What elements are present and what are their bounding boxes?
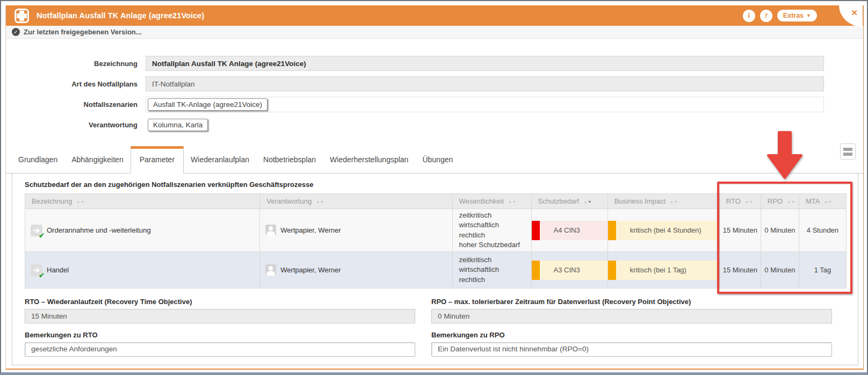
business-impact-badge: kritisch (bei 1 Tag) [608, 261, 719, 280]
emergency-plan-dialog: Notfallplan Ausfall TK Anlage (agree21Vo… [5, 5, 864, 370]
process-name: Handel [47, 266, 69, 274]
dialog-title: Notfallplan Ausfall TK Anlage (agree21Vo… [37, 11, 204, 20]
art-des-notfallplans-label: Art des Notfallplans [6, 80, 146, 88]
sort-asc-icon[interactable]: ▲ [316, 200, 320, 204]
table-header-row: Bezeichnung▲▼ Verantwortung▲▼ Wesentlich… [25, 194, 847, 209]
rto-label: RTO – Wiederanlaufzeit (Recovery Time Ob… [25, 298, 415, 306]
bezeichnung-field[interactable] [146, 56, 824, 71]
protection-need-badge: A4 CIN3 [532, 221, 607, 240]
art-des-notfallplans-field[interactable] [146, 76, 824, 91]
rpo-cell: 0 Minuten [761, 209, 799, 252]
rto-notes-field[interactable]: gesetzliche Anforderungen [25, 342, 415, 357]
sort-desc-icon[interactable]: ▼ [674, 200, 678, 204]
protection-need-badge: A3 CIN3 [532, 261, 607, 280]
rpo-notes-field[interactable]: Ein Datenverlust ist nicht hinnehmbar (R… [431, 342, 832, 357]
rpo-label: RPO – max. tolerierbarer Zeitraum für Da… [431, 298, 832, 306]
verified-check-icon: ✔ [39, 232, 45, 240]
sort-desc-icon[interactable]: ▼ [749, 200, 754, 204]
column-header-schutzbedarf[interactable]: Schutzbedarf▲▼ [531, 194, 607, 209]
sort-asc-icon[interactable]: ▲ [787, 200, 791, 204]
rto-rpo-section: RTO – Wiederanlaufzeit (Recovery Time Ob… [25, 298, 858, 366]
tab-wiederherstellungsplan[interactable]: Wiederherstellungsplan [323, 148, 415, 173]
tab-notbetriebsplan[interactable]: Notbetriebsplan [256, 148, 323, 173]
column-header-verantwortung[interactable]: Verantwortung▲▼ [260, 194, 452, 209]
sort-asc-icon[interactable]: ▲ [508, 200, 512, 204]
form-row-notfallszenarien: Notfallszenarien Ausfall TK-Anlage (agre… [6, 97, 863, 112]
rpo-notes-label: Bemerkungen zu RPO [431, 331, 832, 339]
mta-cell: 1 Tag [799, 252, 846, 289]
table-row[interactable]: ➔ ✔ Orderannahme und -weiterleitung Wert… [25, 209, 847, 252]
sort-desc-icon[interactable]: ▼ [512, 200, 517, 204]
sort-desc-icon[interactable]: ▼ [320, 200, 324, 204]
business-process-icon: ➔ ✔ [31, 264, 42, 276]
notfallszenarien-label: Notfallszenarien [6, 100, 146, 109]
process-name: Orderannahme und -weiterleitung [47, 226, 151, 234]
person-icon [265, 225, 276, 236]
materiality-cell: zeitkritisch wirtschaftlich rechtlich ho… [452, 209, 531, 252]
column-header-wesentlichkeit[interactable]: Wesentlichkeit▲▼ [452, 194, 531, 209]
table-row[interactable]: ➔ ✔ Handel Wertpapier, Werner z [25, 252, 847, 289]
tab-parameter[interactable]: Parameter [131, 146, 184, 174]
chevron-down-icon: ▼ [806, 13, 811, 18]
rto-cell: 15 Minuten [719, 209, 761, 252]
column-header-rto[interactable]: RTO▲▼ [719, 194, 761, 209]
column-header-rpo[interactable]: RPO▲▼ [761, 194, 799, 209]
sort-asc-icon[interactable]: ▲ [583, 200, 588, 204]
severity-color-block [532, 221, 540, 240]
materiality-cell: zeitkritisch wirtschaftlich rechtlich [452, 252, 531, 289]
sort-asc-icon[interactable]: ▲ [76, 200, 81, 204]
severity-color-block [532, 261, 540, 280]
verantwortung-label: Verantwortung [6, 121, 146, 129]
rto-field[interactable] [25, 309, 415, 323]
sort-asc-icon[interactable]: ▲ [745, 200, 749, 204]
help-icon[interactable]: ? [760, 10, 772, 22]
column-header-business-impact[interactable]: Business Impact▲▼ [607, 194, 719, 209]
business-process-icon: ➔ ✔ [31, 225, 42, 236]
tab-strip: Grundlagen Abhängigkeiten Parameter Wied… [6, 143, 863, 174]
notfallszenarien-field[interactable]: Ausfall TK-Anlage (agree21Voice) [146, 97, 824, 112]
title-bar: Notfallplan Ausfall TK Anlage (agree21Vo… [6, 5, 863, 26]
rto-cell: 15 Minuten [719, 252, 761, 289]
sort-asc-icon[interactable]: ▲ [670, 200, 674, 204]
last-approved-version-link[interactable]: Zur letzten freigegebenen Version... [24, 28, 142, 36]
first-aid-kit-icon [15, 9, 29, 23]
title-bar-actions: i ? Extras ▼ [743, 10, 856, 22]
window-frame: Notfallplan Ausfall TK Anlage (agree21Vo… [0, 0, 868, 375]
rpo-field[interactable] [431, 309, 832, 323]
column-header-bezeichnung[interactable]: Bezeichnung▲▼ [25, 194, 260, 209]
tab-wiederanlaufplan[interactable]: Wiederanlaufplan [184, 148, 256, 173]
verantwortung-chip[interactable]: Kolumna, Karla [148, 119, 208, 131]
list-view-toggle-icon[interactable] [840, 143, 856, 160]
extras-label: Extras [783, 12, 804, 19]
check-circle-icon: ✓ [12, 28, 20, 36]
sort-desc-icon[interactable]: ▼ [791, 200, 795, 204]
parameter-panel: Schutzbedarf der an den zugehörigen Notf… [12, 174, 858, 365]
form-row-art: Art des Notfallplans [6, 76, 863, 91]
verantwortung-field[interactable]: Kolumna, Karla [146, 117, 824, 133]
business-process-table: Bezeichnung▲▼ Verantwortung▲▼ Wesentlich… [25, 193, 847, 289]
mta-cell: 4 Stunden [799, 209, 846, 252]
responsible-name: Wertpapier, Werner [280, 226, 341, 234]
tab-abhaengigkeiten[interactable]: Abhängigkeiten [64, 148, 131, 173]
severity-color-block [608, 221, 616, 240]
notfallszenario-chip[interactable]: Ausfall TK-Anlage (agree21Voice) [148, 98, 267, 111]
rpo-cell: 0 Minuten [761, 252, 799, 289]
info-icon[interactable]: i [743, 10, 755, 22]
rto-notes-label: Bemerkungen zu RTO [25, 331, 415, 339]
tab-grundlagen[interactable]: Grundlagen [11, 148, 64, 173]
tab-uebungen[interactable]: Übungen [415, 148, 460, 173]
master-data-form: Bezeichnung Art des Notfallplans Notfall… [6, 39, 863, 132]
severity-color-block [608, 261, 616, 280]
column-header-mta[interactable]: MTA▲▼ [799, 194, 846, 209]
section-title: Schutzbedarf der an den zugehörigen Notf… [25, 181, 858, 189]
sort-desc-icon[interactable]: ▼ [81, 200, 85, 204]
close-icon[interactable]: ✕ [851, 8, 858, 18]
sort-desc-icon-active[interactable]: ▼ [588, 200, 592, 204]
verified-check-icon: ✔ [39, 271, 45, 279]
sort-desc-icon[interactable]: ▼ [828, 200, 833, 204]
bezeichnung-label: Bezeichnung [6, 60, 146, 68]
extras-button[interactable]: Extras ▼ [777, 10, 817, 21]
form-row-verantwortung: Verantwortung Kolumna, Karla [6, 117, 863, 132]
person-icon [265, 264, 276, 276]
form-row-bezeichnung: Bezeichnung [6, 56, 863, 71]
